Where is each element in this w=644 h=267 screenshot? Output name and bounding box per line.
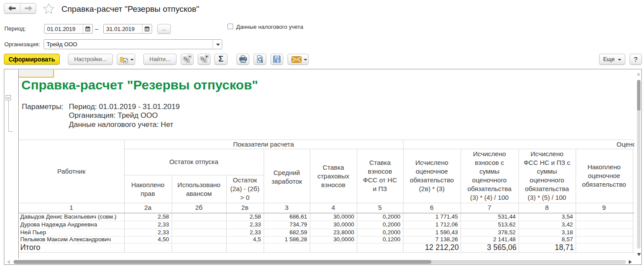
svg-text:С: С [187,59,189,62]
svg-text:С: С [204,59,206,62]
